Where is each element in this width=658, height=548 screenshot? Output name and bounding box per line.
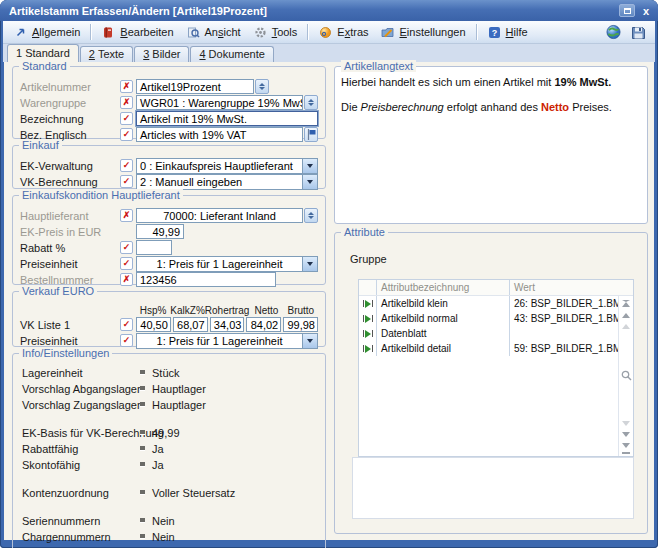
scroll-down-icon[interactable] — [622, 432, 630, 441]
vk-berechnung-dropdown[interactable]: 2 : Manuell eingeben — [136, 174, 318, 190]
filled-check-icon[interactable] — [120, 334, 133, 347]
flag-icon — [307, 129, 316, 140]
langtext-editor[interactable]: Hierbei handelt es sich um einen Artikel… — [341, 73, 641, 115]
lookup-spin-button[interactable] — [255, 79, 269, 94]
scroll-top-icon[interactable] — [622, 300, 630, 307]
close-button[interactable]: x — [640, 5, 652, 17]
tab-dokumente[interactable]: 4 Dokumente — [190, 46, 273, 62]
icon-column-header — [359, 280, 377, 295]
table-scroll-strip[interactable] — [618, 296, 633, 456]
attribute-row[interactable]: Artikelbild detail 59: BSP_BILDER_1.BMP — [359, 341, 633, 356]
spin-down-icon — [259, 87, 265, 90]
ek-verwaltung-dropdown[interactable]: 0 : Einkaufspreis Hauptlieferant — [136, 158, 318, 174]
menu-allgemein[interactable]: Allgemein — [8, 23, 85, 42]
attribute-table: Attributbezeichnung Wert Artikelbild kle… — [358, 279, 634, 457]
view-magnifier-icon — [186, 25, 201, 40]
mandatory-x-icon[interactable] — [120, 80, 133, 93]
attributbezeichnung-header[interactable]: Attributbezeichnung — [377, 280, 510, 295]
filled-check-icon[interactable] — [120, 112, 133, 125]
menu-ansicht[interactable]: Ansicht — [181, 23, 246, 42]
vk-preiseinheit-dropdown[interactable]: 1: Preis für 1 Lagereinheit — [136, 333, 318, 349]
attribute-name: Artikelbild klein — [377, 296, 510, 311]
filled-check-icon[interactable] — [120, 175, 133, 188]
preiseinheit-dropdown[interactable]: 1: Preis für 1 Lagereinheit — [136, 256, 318, 272]
dropdown-button[interactable] — [302, 257, 317, 271]
save-icon[interactable] — [631, 25, 646, 40]
menu-hilfe[interactable]: ? Hilfe — [482, 23, 533, 42]
extras-sphere-icon — [318, 25, 333, 40]
menu-separator — [476, 24, 477, 40]
group-title: Artikellangtext — [341, 60, 416, 72]
globe-icon[interactable] — [606, 25, 621, 40]
filled-check-icon[interactable] — [120, 318, 133, 331]
scroll-up-icon[interactable] — [622, 309, 630, 318]
spin-up-icon — [259, 83, 265, 86]
mandatory-x-icon[interactable] — [120, 209, 133, 222]
bezeichnung-input[interactable]: Artikel mit 19% MwSt. — [136, 111, 318, 126]
bez-englisch-value: Articles with 19% VAT — [140, 129, 247, 141]
vk-preiseinheit-label: Preiseinheit — [20, 335, 120, 347]
lookup-spin-button[interactable] — [304, 208, 318, 223]
netto-input[interactable]: 84,02 — [246, 317, 281, 332]
scroll-bottom-icon[interactable] — [622, 443, 630, 452]
attribute-wert: 43: BSP_BILDER_1.BMP — [510, 311, 618, 326]
mandatory-x-icon[interactable] — [120, 273, 133, 286]
vk-header-hsp: Hsp% — [136, 305, 170, 316]
menu-bearbeiten[interactable]: Bearbeiten — [96, 23, 178, 42]
search-icon[interactable] — [621, 370, 632, 381]
wert-header[interactable]: Wert — [510, 280, 618, 295]
menu-label: Tools — [272, 26, 298, 38]
dropdown-button[interactable] — [302, 334, 317, 348]
vk-preiseinheit-value: 1: Preis für 1 Lagereinheit — [137, 334, 302, 348]
tab-texte[interactable]: 2 Texte — [80, 46, 133, 62]
artikelnummer-input[interactable]: Artikel19Prozent — [136, 79, 254, 94]
filled-check-icon[interactable] — [120, 159, 133, 172]
lookup-spin-button[interactable] — [304, 95, 318, 110]
scroll-up-page-icon[interactable] — [622, 320, 630, 329]
menu-einstellungen[interactable]: Einstellungen — [376, 23, 471, 42]
ek-preis-label: EK-Preis in EUR — [20, 226, 120, 238]
attribute-type-icon — [359, 296, 377, 311]
menu-label: Ansicht — [205, 26, 241, 38]
restore-button[interactable] — [619, 4, 635, 17]
info-row: LagereinheitStück — [22, 366, 316, 379]
rohertrag-input[interactable]: 34,03 — [210, 317, 245, 332]
bez-englisch-input[interactable]: Articles with 19% VAT — [136, 127, 303, 142]
scroll-down-page-icon[interactable] — [622, 421, 630, 430]
menu-extras[interactable]: Extras — [313, 23, 373, 42]
menu-tools[interactable]: Tools — [248, 23, 303, 42]
bullet-icon — [140, 370, 145, 375]
dropdown-button[interactable] — [302, 175, 317, 189]
vk-header-brutto: Brutto — [284, 305, 318, 316]
bestellnummer-input[interactable]: 123456 — [136, 272, 276, 287]
mandatory-x-icon[interactable] — [120, 96, 133, 109]
filled-check-icon[interactable] — [120, 257, 133, 270]
kalkz-input[interactable]: 68,07 — [173, 317, 208, 332]
menu-label: Allgemein — [32, 26, 80, 38]
info-row: SeriennummernNein — [22, 514, 316, 527]
language-flag-button[interactable] — [304, 127, 318, 142]
group-title: Einkauf — [19, 139, 62, 151]
attribute-row[interactable]: Artikelbild normal 43: BSP_BILDER_1.BMP — [359, 311, 633, 326]
spin-down-icon — [308, 103, 314, 106]
info-row: SkontofähigJa — [22, 458, 316, 471]
info-label: Rabattfähig — [22, 443, 140, 455]
info-value: Ja — [152, 459, 164, 471]
ek-verwaltung-value: 0 : Einkaufspreis Hauptlieferant — [137, 159, 302, 173]
filled-check-icon[interactable] — [120, 128, 133, 141]
bezeichnung-label: Bezeichnung — [20, 113, 120, 125]
brutto-input[interactable]: 99,98 — [283, 317, 318, 332]
hauptlieferant-input[interactable]: 70000: Lieferant Inland — [136, 208, 303, 223]
hsp-input[interactable]: 40,50 — [136, 317, 171, 332]
warengruppe-input[interactable]: WGR01 : Warengruppe 19% MwSt. Netto — [136, 95, 303, 110]
filled-check-icon[interactable] — [120, 241, 133, 254]
ek-preis-input[interactable]: 49,99 — [136, 224, 184, 239]
tab-bilder[interactable]: 3 Bilder — [134, 46, 189, 62]
attribute-row[interactable]: Datenblatt — [359, 326, 633, 341]
settings-folder-icon — [381, 25, 396, 40]
rabatt-input[interactable] — [136, 240, 172, 255]
dropdown-button[interactable] — [302, 159, 317, 173]
bestellnummer-label: Bestellnummer — [20, 274, 120, 286]
attribute-row[interactable]: Artikelbild klein 26: BSP_BILDER_1.BMP — [359, 296, 633, 311]
vk-liste-label: VK Liste 1 — [20, 319, 120, 331]
